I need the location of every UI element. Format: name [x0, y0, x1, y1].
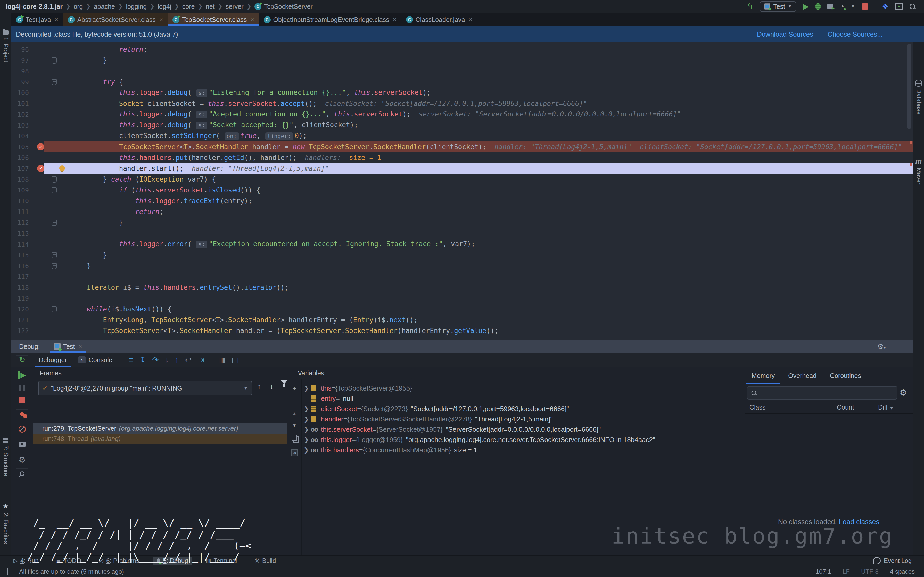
line-number[interactable]: 107: [11, 165, 32, 172]
gear-icon[interactable]: ⚙: [900, 388, 907, 398]
expand-chevron-icon[interactable]: ❯: [302, 436, 311, 443]
evaluate-expression-icon[interactable]: ▦: [215, 356, 228, 364]
load-classes-link[interactable]: Load classes: [839, 518, 880, 526]
line-number[interactable]: 106: [11, 154, 32, 161]
breakpoint-icon[interactable]: ✓: [37, 165, 44, 172]
mute-breakpoints-icon[interactable]: [19, 425, 26, 433]
breadcrumb-item[interactable]: logging: [126, 3, 147, 10]
search-icon[interactable]: [909, 3, 915, 9]
toolwindow-button-6-problems[interactable]: ◎6: Problems: [95, 557, 143, 565]
expand-chevron-icon[interactable]: ❯: [302, 446, 311, 454]
frame-row[interactable]: run:748, Thread(java.lang): [33, 434, 287, 444]
memory-search-input[interactable]: [747, 386, 897, 400]
expand-chevron-icon[interactable]: ❯: [302, 426, 311, 433]
run-configuration-select[interactable]: Test ▼: [760, 1, 796, 12]
pin-icon[interactable]: [19, 471, 25, 477]
line-number[interactable]: 101: [11, 100, 32, 107]
fold-marker-icon[interactable]: [52, 252, 57, 258]
line-number[interactable]: 120: [11, 306, 32, 313]
line-number[interactable]: 97: [11, 56, 32, 64]
variable-row[interactable]: ❯oothis.logger = {Logger@1959}"org.apach…: [302, 435, 745, 445]
stop-icon[interactable]: [19, 397, 25, 403]
line-number[interactable]: 112: [11, 219, 32, 226]
remove-watch-icon[interactable]: —: [292, 399, 297, 405]
variable-row[interactable]: entry = null: [302, 393, 745, 404]
thread-selector[interactable]: ✓ "Log4j2-0"@2,270 in group "main": RUNN…: [38, 381, 252, 395]
tab-debugger[interactable]: Debugger: [33, 353, 73, 367]
fold-marker-icon[interactable]: [52, 58, 57, 64]
expand-chevron-icon[interactable]: ❯: [302, 385, 311, 392]
line-number[interactable]: 96: [11, 46, 32, 53]
breadcrumb-jar[interactable]: log4j-core-2.8.1.jar: [6, 3, 63, 10]
previous-frame-icon[interactable]: ↑: [257, 382, 261, 391]
editor-tab-abstractsocketserver-class[interactable]: CAbstractSocketServer.class×: [63, 13, 168, 26]
step-over-icon[interactable]: ↷: [149, 356, 162, 364]
tab-console[interactable]: › Console: [73, 353, 118, 367]
coverage-icon[interactable]: [827, 3, 833, 9]
variable-row[interactable]: ❯clientSocket = {Socket@2273}"Socket[add…: [302, 404, 745, 414]
drop-frame-icon[interactable]: ↩: [182, 356, 194, 364]
breadcrumb-item[interactable]: apache: [94, 3, 115, 10]
line-number[interactable]: 113: [11, 230, 32, 237]
profiler-chevron-icon[interactable]: ▼: [851, 4, 855, 9]
filter-icon[interactable]: [281, 384, 287, 393]
editor-tab-test-java[interactable]: CTest.java×: [11, 13, 63, 26]
sidebar-item-maven[interactable]: m Maven: [913, 157, 924, 186]
column-class[interactable]: Class: [750, 404, 766, 411]
breadcrumb-class[interactable]: TcpSocketServer: [264, 3, 313, 10]
line-number[interactable]: 118: [11, 284, 32, 291]
line-number[interactable]: 99: [11, 78, 32, 86]
view-breakpoints-icon[interactable]: [20, 412, 24, 416]
step-out-icon[interactable]: ↑: [172, 356, 182, 364]
line-number[interactable]: 98: [11, 68, 32, 75]
file-encoding[interactable]: UTF-8: [861, 568, 879, 575]
error-stripe-mark[interactable]: [909, 141, 912, 144]
variable-row[interactable]: ❯oothis.serverSocket = {ServerSocket@195…: [302, 424, 745, 435]
editor-scrollbar[interactable]: [907, 44, 911, 129]
sidebar-item-database[interactable]: Database: [913, 80, 924, 114]
run-window-icon[interactable]: ▸: [895, 3, 903, 10]
close-icon[interactable]: ×: [158, 16, 163, 23]
debug-session-tab[interactable]: Test ×: [50, 340, 86, 353]
back-arrow-icon[interactable]: ↰: [746, 3, 753, 10]
sidebar-item-project[interactable]: 1: Project: [0, 31, 11, 62]
line-number[interactable]: 115: [11, 251, 32, 259]
gear-icon[interactable]: ⚙▾: [877, 342, 886, 351]
close-icon[interactable]: ×: [392, 16, 396, 23]
move-up-icon[interactable]: ▲: [292, 411, 297, 416]
layout-settings-icon[interactable]: ▤: [228, 356, 242, 364]
close-icon[interactable]: ×: [468, 16, 472, 23]
line-number[interactable]: 105: [11, 143, 32, 151]
threads-view-icon[interactable]: ≡: [126, 356, 137, 364]
force-step-over-icon[interactable]: ↓: [162, 356, 172, 364]
breadcrumb-item[interactable]: server: [226, 3, 243, 10]
thread-dump-icon[interactable]: [19, 442, 26, 446]
next-frame-icon[interactable]: ↓: [270, 382, 273, 391]
line-number[interactable]: 103: [11, 122, 32, 129]
fold-marker-icon[interactable]: [52, 176, 57, 183]
toolwindow-button-build[interactable]: ⚒Build: [250, 557, 280, 565]
profiler-icon[interactable]: ◔: [840, 2, 844, 11]
line-number[interactable]: 100: [11, 89, 32, 97]
show-execution-point-icon[interactable]: ↧: [136, 356, 149, 364]
fold-marker-icon[interactable]: [52, 220, 57, 226]
line-number[interactable]: 116: [11, 262, 32, 270]
variable-row[interactable]: ❯handler = {TcpSocketServer$SocketHandle…: [302, 414, 745, 424]
hide-icon[interactable]: —: [896, 342, 903, 351]
close-icon[interactable]: ×: [53, 16, 58, 23]
toolwindow-button-todo[interactable]: ≣TODO: [52, 557, 85, 565]
line-number[interactable]: 109: [11, 187, 32, 194]
breadcrumb-item[interactable]: org: [73, 3, 83, 10]
breadcrumb[interactable]: log4j-core-2.8.1.jar❯org❯apache❯logging❯…: [0, 3, 313, 10]
event-log-button[interactable]: Event Log: [873, 557, 924, 564]
sidebar-item-favorites[interactable]: ★ 2: Favorites: [0, 502, 11, 544]
line-number[interactable]: 121: [11, 316, 32, 324]
breadcrumb-item[interactable]: log4j: [158, 3, 171, 10]
column-count[interactable]: Count: [837, 404, 854, 411]
indent-style[interactable]: 4 spaces: [890, 568, 915, 575]
tab-coroutines[interactable]: Coroutines: [823, 367, 868, 384]
settings-icon[interactable]: ⚙: [19, 456, 26, 464]
editor-tab-tcpsocketserver-class[interactable]: CTcpSocketServer.class×: [168, 13, 259, 26]
tab-overhead[interactable]: Overhead: [782, 367, 823, 384]
line-number[interactable]: 117: [11, 273, 32, 280]
